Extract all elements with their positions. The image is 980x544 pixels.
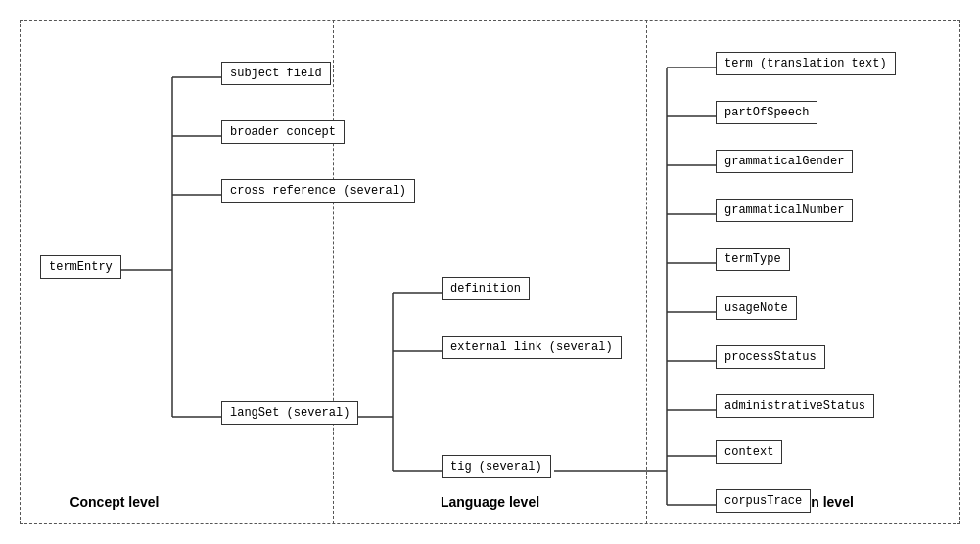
corpus-trace-node: corpusTrace — [716, 489, 811, 513]
col-divider-1 — [333, 21, 334, 523]
external-link-node: external link (several) — [442, 336, 622, 359]
administrative-status-node: administrativeStatus — [716, 394, 874, 418]
term-type-node: termType — [716, 248, 790, 271]
broader-concept-node: broader concept — [221, 120, 345, 144]
part-of-speech-node: partOfSpeech — [716, 101, 817, 124]
process-status-node: processStatus — [716, 345, 825, 369]
usage-note-node: usageNote — [716, 296, 797, 320]
tig-node: tig (several) — [442, 455, 551, 478]
subject-field-node: subject field — [221, 62, 331, 85]
langset-node: langSet (several) — [221, 401, 358, 425]
termentry-node: termEntry — [40, 255, 121, 279]
concept-level-label: Concept level — [70, 494, 159, 510]
term-node: term (translation text) — [716, 52, 896, 75]
language-level-label: Language level — [441, 494, 539, 510]
connector-lines — [21, 21, 959, 523]
diagram-container: Concept level Language level Translation… — [0, 0, 980, 544]
grammatical-gender-node: grammaticalGender — [716, 150, 853, 173]
grammatical-number-node: grammaticalNumber — [716, 199, 853, 222]
context-node: context — [716, 440, 782, 464]
col-divider-2 — [646, 21, 647, 523]
outer-border: Concept level Language level Translation… — [20, 20, 960, 524]
definition-node: definition — [442, 277, 530, 300]
cross-reference-node: cross reference (several) — [221, 179, 415, 203]
